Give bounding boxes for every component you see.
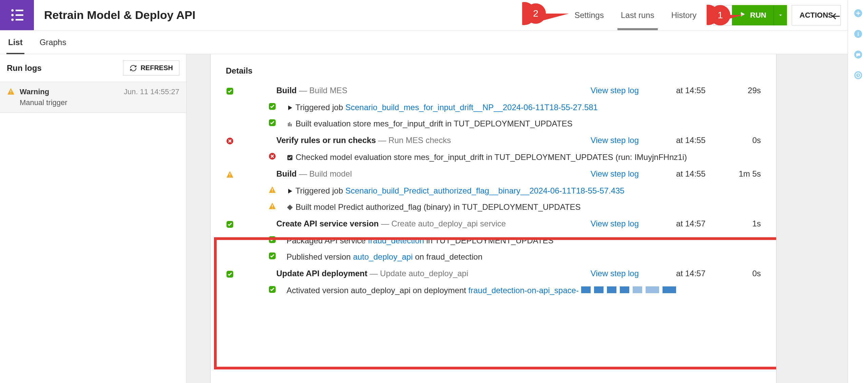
details-panel: Details Build — Build MESView step logat… <box>210 54 776 383</box>
svg-rect-14 <box>291 124 292 126</box>
status-icon <box>268 119 276 129</box>
warning-icon <box>7 87 15 97</box>
run-dropdown[interactable] <box>773 5 787 25</box>
svg-rect-18 <box>230 173 230 176</box>
refresh-button[interactable]: REFRESH <box>123 60 179 76</box>
view-step-log-link[interactable]: View step log <box>591 269 639 278</box>
svg-point-1 <box>11 14 14 16</box>
step-duration: 1s <box>727 219 761 228</box>
job-link[interactable]: auto_deploy_api <box>353 252 413 261</box>
status-icon <box>226 170 234 180</box>
step-sub-row: Checked model evaluation store mes_for_i… <box>226 152 761 162</box>
step-duration: 1m 5s <box>727 169 761 179</box>
status-icon <box>268 252 276 262</box>
refresh-icon <box>130 64 137 72</box>
tab-settings[interactable]: Settings <box>574 0 604 30</box>
back-arrow-icon[interactable] <box>831 11 842 23</box>
chat-icon[interactable] <box>853 50 863 60</box>
status-icon <box>268 285 276 296</box>
job-link[interactable]: Scenario_build_Predict_authorized_flag__… <box>345 186 624 195</box>
step-time: at 14:55 <box>676 86 717 95</box>
status-icon <box>268 152 276 162</box>
step-sub-row: Activated version auto_deploy_api on dep… <box>226 285 761 296</box>
step-duration: 29s <box>727 86 761 95</box>
scenario-icon[interactable] <box>0 0 34 30</box>
status-icon <box>268 236 276 246</box>
step-row: Build — Build modelView step logat 14:55… <box>226 169 761 212</box>
job-link[interactable]: fraud_detection <box>368 236 424 245</box>
job-link[interactable]: Scenario_build_mes_for_input_drift__NP__… <box>345 103 598 112</box>
run-logs-heading: Run logs <box>7 63 42 73</box>
step-row: Build — Build MESView step logat 14:5529… <box>226 86 761 129</box>
step-time: at 14:57 <box>676 269 717 278</box>
view-step-log-link[interactable]: View step log <box>591 169 639 179</box>
svg-rect-23 <box>272 208 273 208</box>
chevron-down-icon <box>778 13 783 18</box>
svg-rect-7 <box>11 90 11 93</box>
view-step-log-link[interactable]: View step log <box>591 136 639 145</box>
run-log-entry[interactable]: Warning Manual trigger Jun. 11 14:55:27 <box>0 82 186 113</box>
step-sub-row: Published version auto_deploy_api on fra… <box>226 252 761 262</box>
step-duration: 0s <box>727 136 761 145</box>
step-label: Update API deployment — Update auto_depl… <box>276 269 580 278</box>
step-sub-row: Packaged API service fraud_detection in … <box>226 236 761 246</box>
tab-last-runs[interactable]: Last runs <box>621 0 654 30</box>
svg-rect-19 <box>230 176 230 177</box>
step-label: Create API service version — Create auto… <box>276 219 580 228</box>
step-sub-row: Triggered job Scenario_build_Predict_aut… <box>226 186 761 196</box>
details-heading: Details <box>226 66 761 76</box>
step-sub-row: Built model Predict authorized_flag (bin… <box>226 202 761 212</box>
subtab-graphs[interactable]: Graphs <box>40 31 66 54</box>
status-icon <box>268 202 276 212</box>
step-row: Verify rules or run checks — Run MES che… <box>226 136 761 162</box>
svg-rect-8 <box>11 93 11 94</box>
svg-rect-3 <box>15 9 23 11</box>
step-label: Build — Build MES <box>276 86 580 95</box>
view-step-log-link[interactable]: View step log <box>591 219 639 228</box>
step-time: at 14:55 <box>676 169 717 179</box>
status-icon <box>268 102 276 113</box>
step-duration: 0s <box>727 269 761 278</box>
step-sub-row: Triggered job Scenario_build_mes_for_inp… <box>226 102 761 113</box>
step-label: Build — Build model <box>276 169 580 179</box>
svg-rect-13 <box>289 122 290 126</box>
status-icon <box>268 186 276 196</box>
add-icon[interactable] <box>853 8 863 19</box>
step-label: Verify rules or run checks — Run MES che… <box>276 136 580 145</box>
svg-point-2 <box>11 19 14 21</box>
svg-text:i: i <box>857 31 859 37</box>
info-icon[interactable]: i <box>853 29 863 40</box>
step-row: Create API service version — Create auto… <box>226 219 761 262</box>
status-icon <box>226 220 234 229</box>
log-entry-timestamp: Jun. 11 14:55:27 <box>124 87 179 96</box>
step-time: at 14:57 <box>676 219 717 228</box>
log-entry-subtitle: Manual trigger <box>20 98 119 107</box>
history-icon[interactable] <box>853 70 863 81</box>
log-entry-title: Warning <box>20 87 119 96</box>
status-icon <box>226 270 234 279</box>
step-time: at 14:55 <box>676 136 717 145</box>
callout-1: 1 <box>710 5 730 25</box>
callout-2: 2 <box>526 3 546 24</box>
svg-rect-20 <box>272 188 273 191</box>
step-sub-row: Built evaluation store mes_for_input_dri… <box>226 119 761 129</box>
step-row: Update API deployment — Update auto_depl… <box>226 269 761 296</box>
svg-point-0 <box>11 9 14 12</box>
svg-rect-12 <box>288 123 289 126</box>
status-icon <box>226 137 234 146</box>
job-link[interactable]: fraud_detection-on-api_space- <box>468 286 579 295</box>
svg-rect-21 <box>272 192 273 192</box>
tab-history[interactable]: History <box>671 0 697 30</box>
page-title: Retrain Model & Deploy API <box>44 8 574 22</box>
subtab-list[interactable]: List <box>8 31 23 54</box>
svg-rect-5 <box>15 19 23 21</box>
redacted-text <box>581 286 676 293</box>
svg-rect-22 <box>272 205 273 207</box>
status-icon <box>226 87 234 96</box>
svg-rect-4 <box>15 14 23 16</box>
view-step-log-link[interactable]: View step log <box>591 86 639 95</box>
